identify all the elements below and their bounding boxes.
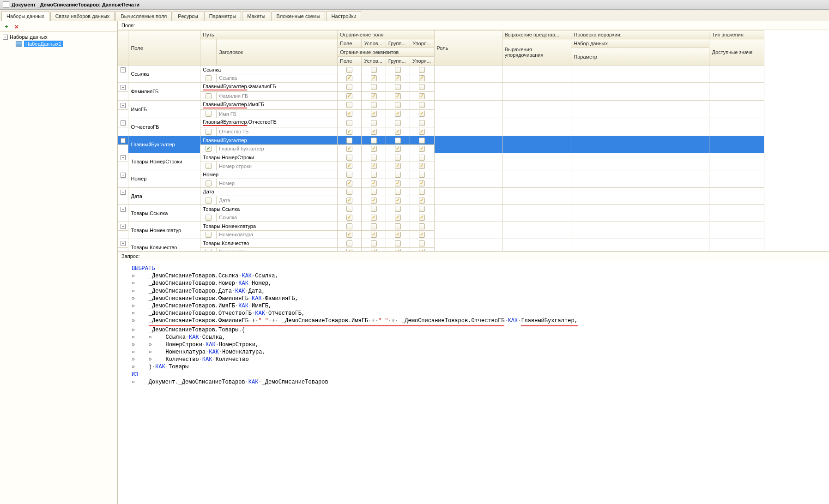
checkbox[interactable]	[346, 206, 352, 212]
checkbox[interactable]	[371, 180, 377, 186]
checkbox[interactable]	[395, 206, 401, 212]
table-row[interactable]: −ОтчествоГБГлавныйБухгалтер.ОтчествоГБ	[118, 118, 764, 127]
cell-heading[interactable]: Отчество ГБ	[217, 127, 338, 136]
checkbox[interactable]	[419, 180, 425, 186]
th-exprord[interactable]: Выражения упорядочивания	[502, 39, 571, 66]
checkbox[interactable]	[419, 111, 425, 117]
checkbox[interactable]	[346, 155, 352, 161]
checkbox[interactable]	[371, 172, 377, 178]
checkbox[interactable]	[395, 155, 401, 161]
cell-field[interactable]: Товары.Номенклатур	[128, 222, 200, 239]
checkbox[interactable]	[419, 223, 425, 229]
table-row[interactable]: −СсылкаСсылка	[118, 66, 764, 74]
checkbox[interactable]	[206, 215, 212, 221]
checkbox[interactable]	[395, 75, 401, 81]
cell-heading[interactable]: Главный бухгалтер	[217, 144, 338, 153]
checkbox[interactable]	[206, 180, 212, 186]
checkbox[interactable]	[395, 84, 401, 90]
checkbox[interactable]	[206, 75, 212, 81]
checkbox[interactable]	[419, 172, 425, 178]
tab-2[interactable]: Вычисляемые поля	[115, 11, 172, 21]
collapse-icon[interactable]: −	[121, 103, 126, 108]
cell-field[interactable]: Ссылка	[128, 66, 200, 83]
collapse-icon[interactable]: −	[121, 155, 126, 160]
checkbox[interactable]	[206, 163, 212, 169]
collapse-icon[interactable]: −	[121, 190, 126, 195]
checkbox[interactable]	[419, 146, 425, 152]
checkbox[interactable]	[346, 189, 352, 195]
table-row[interactable]: −ФамилияГБГлавныйБухгалтер.ФамилияГБ	[118, 83, 764, 92]
checkbox[interactable]	[419, 240, 425, 246]
checkbox[interactable]	[419, 155, 425, 161]
checkbox[interactable]	[346, 198, 352, 204]
cell-path[interactable]: Ссылка	[200, 66, 338, 74]
th-expr[interactable]: Выражение представ...	[502, 30, 571, 39]
checkbox[interactable]	[206, 198, 212, 204]
checkbox[interactable]	[346, 111, 352, 117]
th-field[interactable]: Поле	[128, 30, 200, 66]
checkbox[interactable]	[419, 138, 425, 144]
checkbox[interactable]	[346, 223, 352, 229]
cell-path[interactable]: Товары.Ссылка	[200, 204, 338, 213]
checkbox[interactable]	[419, 206, 425, 212]
checkbox[interactable]	[371, 223, 377, 229]
checkbox[interactable]	[371, 240, 377, 246]
checkbox[interactable]	[346, 75, 352, 81]
collapse-icon[interactable]: −	[121, 224, 126, 229]
collapse-icon[interactable]: −	[121, 241, 126, 246]
cell-heading[interactable]: Номенклатура	[217, 230, 338, 239]
cell-path[interactable]: Товары.НомерСтроки	[200, 153, 338, 162]
fields-table[interactable]: Поле Путь Ограничение поля Роль Выражени…	[118, 30, 764, 252]
cell-heading[interactable]: Фамилия ГБ	[217, 92, 338, 101]
checkbox[interactable]	[395, 120, 401, 126]
cell-heading[interactable]: Ссылка	[217, 74, 338, 83]
cell-field[interactable]: ОтчествоГБ	[128, 118, 200, 136]
cell-path[interactable]: ГлавныйБухгалтер.ФамилияГБ	[200, 83, 338, 92]
cell-heading[interactable]: Дата	[217, 196, 338, 205]
checkbox[interactable]	[419, 163, 425, 169]
checkbox[interactable]	[419, 232, 425, 238]
checkbox[interactable]	[346, 102, 352, 108]
collapse-icon[interactable]: −	[121, 120, 126, 126]
checkbox[interactable]	[346, 146, 352, 152]
checkbox[interactable]	[395, 198, 401, 204]
cell-path[interactable]: Дата	[200, 187, 338, 196]
tab-3[interactable]: Ресурсы	[173, 11, 203, 21]
checkbox[interactable]	[346, 93, 352, 99]
checkbox[interactable]	[395, 232, 401, 238]
table-row[interactable]: −ИмяГБГлавныйБухгалтер.ИмяГБ	[118, 100, 764, 109]
add-button[interactable]	[3, 23, 10, 30]
checkbox[interactable]	[371, 75, 377, 81]
tab-0[interactable]: Наборы данных	[1, 11, 49, 21]
checkbox[interactable]	[346, 84, 352, 90]
table-row[interactable]: −Товары.НомерСтрокиТовары.НомерСтроки	[118, 153, 764, 162]
table-row[interactable]: −Товары.НоменклатурТовары.Номенклатура	[118, 222, 764, 230]
checkbox[interactable]	[419, 75, 425, 81]
checkbox[interactable]	[206, 232, 212, 238]
checkbox[interactable]	[206, 129, 212, 135]
tab-5[interactable]: Макеты	[242, 11, 270, 21]
th-grupp2[interactable]: Групп...	[386, 57, 410, 66]
checkbox[interactable]	[395, 146, 401, 152]
checkbox[interactable]	[395, 189, 401, 195]
collapse-icon[interactable]: −	[121, 85, 126, 90]
th-head[interactable]: Заголовок	[217, 39, 338, 66]
checkbox[interactable]	[419, 102, 425, 108]
checkbox[interactable]	[371, 206, 377, 212]
checkbox[interactable]	[371, 189, 377, 195]
cell-heading[interactable]: Имя ГБ	[217, 109, 338, 118]
checkbox[interactable]	[346, 215, 352, 221]
cell-field[interactable]: Дата	[128, 187, 200, 204]
checkbox[interactable]	[346, 120, 352, 126]
cell-field[interactable]: ИмяГБ	[128, 100, 200, 118]
cell-field[interactable]: Номер	[128, 170, 200, 187]
th-grupp[interactable]: Групп...	[386, 39, 410, 48]
checkbox[interactable]	[395, 67, 401, 73]
checkbox[interactable]	[371, 129, 377, 135]
tree-root[interactable]: − Наборы данных	[2, 34, 115, 40]
checkbox[interactable]	[346, 232, 352, 238]
checkbox[interactable]	[395, 163, 401, 169]
tab-7[interactable]: Настройки	[326, 11, 361, 21]
delete-button[interactable]	[13, 23, 20, 30]
cell-path[interactable]: Товары.Количество	[200, 239, 338, 248]
